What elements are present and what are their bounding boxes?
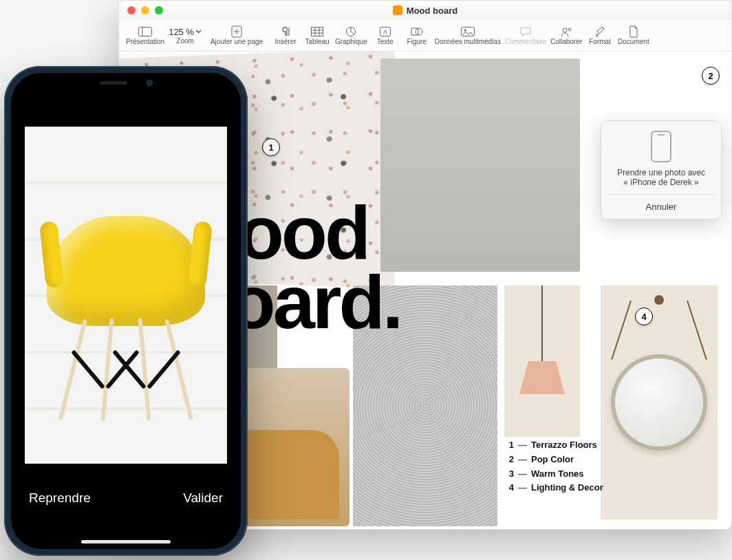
zoom-value: 125 % xyxy=(169,27,202,37)
document-icon xyxy=(626,25,641,38)
toolbar-comment[interactable]: Commentaire xyxy=(505,25,546,45)
paintbrush-icon xyxy=(592,25,607,38)
callout-1: 1 xyxy=(262,138,280,156)
camera-preview xyxy=(25,127,227,464)
toolbar-label: Commentaire xyxy=(505,38,546,45)
lamp-cord xyxy=(541,286,543,361)
toolbar-label: Présentation xyxy=(126,38,164,45)
iphone-speaker xyxy=(100,81,127,85)
window-title: Mood board xyxy=(407,6,458,16)
callout-4: 4 xyxy=(635,308,653,325)
toolbar-collaborate[interactable]: Collaborer xyxy=(550,25,582,45)
toolbar-format[interactable]: Format xyxy=(586,25,614,45)
minimize-window-button[interactable] xyxy=(141,6,149,14)
retake-button[interactable]: Reprendre xyxy=(29,491,91,506)
iphone-notch xyxy=(74,73,177,92)
popover-text-line1: Prendre une photo avec xyxy=(607,168,715,177)
pages-doc-icon xyxy=(393,6,402,15)
image-concrete[interactable] xyxy=(380,58,580,272)
svg-point-14 xyxy=(416,28,422,35)
table-icon xyxy=(310,25,325,38)
popover-cancel-button[interactable]: Annuler xyxy=(607,194,715,219)
continuity-camera-popover: Prendre une photo avec « iPhone de Derek… xyxy=(601,120,722,219)
pilcrow-icon xyxy=(278,25,293,38)
toolbar-label: Collaborer xyxy=(550,38,582,45)
mirror-glass xyxy=(611,354,707,451)
toolbar: Présentation 125 % Zoom Ajouter une page… xyxy=(119,20,731,52)
toolbar-label: Format xyxy=(589,38,611,45)
toolbar-label: Figure xyxy=(407,38,427,45)
home-indicator[interactable] xyxy=(81,540,171,543)
lamp-shade xyxy=(519,361,565,394)
toolbar-chart[interactable]: Graphique xyxy=(335,25,367,45)
toolbar-document[interactable]: Document xyxy=(618,25,649,45)
toolbar-label: Texte xyxy=(377,38,394,45)
svg-text:A: A xyxy=(383,28,387,35)
svg-rect-0 xyxy=(139,28,152,36)
collaborate-icon xyxy=(559,25,574,38)
chair-legs xyxy=(57,318,195,428)
shape-icon xyxy=(409,25,424,38)
chevron-down-icon xyxy=(195,30,202,34)
text-icon: A xyxy=(378,25,393,38)
toolbar-add-page[interactable]: Ajouter une page xyxy=(206,25,268,45)
mirror-straps xyxy=(625,301,693,356)
popover-text-line2: « iPhone de Derek » xyxy=(607,177,715,187)
traffic-lights xyxy=(127,6,163,14)
svg-rect-15 xyxy=(461,28,474,36)
toolbar-label: Ajouter une page xyxy=(211,38,263,45)
svg-rect-13 xyxy=(411,28,418,35)
toolbar-table[interactable]: Tableau xyxy=(303,25,331,45)
svg-point-18 xyxy=(568,28,571,31)
iphone-device: Reprendre Valider xyxy=(4,66,248,556)
fullscreen-window-button[interactable] xyxy=(155,6,163,14)
iphone-front-camera xyxy=(147,80,153,86)
iphone-screen: Reprendre Valider xyxy=(11,73,241,549)
legend-item: 2 — Pop Color xyxy=(504,453,603,467)
svg-point-17 xyxy=(563,28,567,32)
camera-action-bar: Reprendre Valider xyxy=(11,464,241,549)
toolbar-label: Document xyxy=(618,38,649,45)
sidebar-layout-icon xyxy=(138,25,153,38)
legend-item: 4 — Lighting & Decor xyxy=(504,481,603,495)
toolbar-label: Graphique xyxy=(335,38,367,45)
svg-point-16 xyxy=(464,30,466,32)
toolbar-label: Insérer xyxy=(274,38,296,45)
image-wall-mirror[interactable] xyxy=(601,286,718,519)
legend-list[interactable]: 1 — Terrazzo Floors 2 — Pop Color 3 — Wa… xyxy=(504,438,603,495)
close-window-button[interactable] xyxy=(127,6,136,14)
photo-yellow-chair xyxy=(47,216,205,422)
iphone-outline-icon xyxy=(651,131,671,162)
toolbar-label: Données multimédias xyxy=(435,38,501,45)
comment-icon xyxy=(518,25,533,38)
callout-2: 2 xyxy=(702,67,720,85)
toolbar-text[interactable]: A Texte xyxy=(372,25,399,45)
chart-pie-icon xyxy=(343,25,358,38)
toolbar-media[interactable]: Données multimédias xyxy=(435,25,501,45)
toolbar-zoom[interactable]: 125 % Zoom xyxy=(169,27,202,45)
use-photo-button[interactable]: Valider xyxy=(183,491,223,506)
toolbar-shape[interactable]: Figure xyxy=(403,25,431,45)
window-titlebar: Mood board xyxy=(119,1,731,20)
chair-seat xyxy=(47,216,205,326)
toolbar-insert[interactable]: Insérer xyxy=(272,25,299,45)
legend-item: 3 — Warm Tones xyxy=(504,467,603,482)
image-pendant-lamp[interactable] xyxy=(504,286,580,437)
media-icon xyxy=(460,25,475,38)
toolbar-label: Zoom xyxy=(176,37,194,45)
svg-rect-5 xyxy=(312,28,323,36)
legend-item: 1 — Terrazzo Floors xyxy=(504,438,603,453)
toolbar-presentation[interactable]: Présentation xyxy=(126,25,164,45)
add-page-icon xyxy=(229,25,244,38)
toolbar-label: Tableau xyxy=(305,38,330,45)
